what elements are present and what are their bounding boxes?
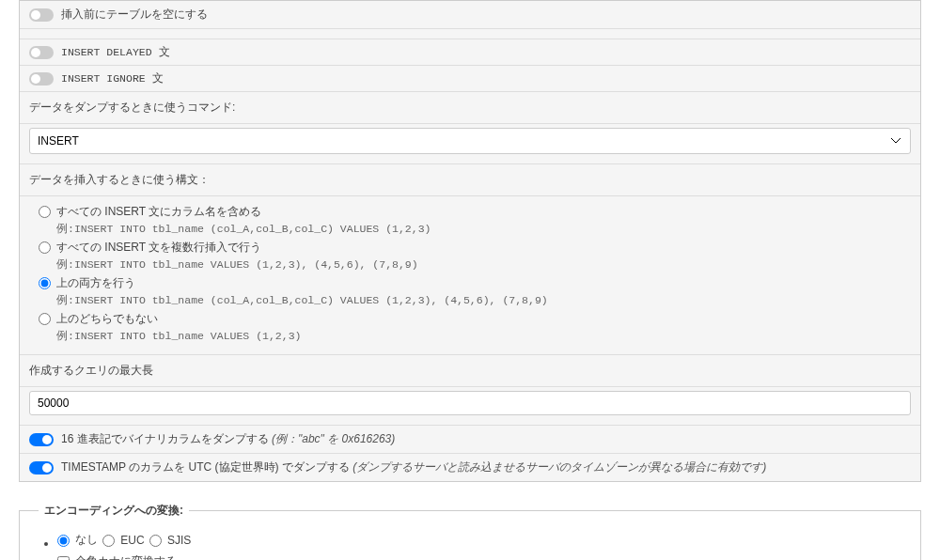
insert-ignore-row: INSERT IGNORE 文 bbox=[20, 66, 920, 92]
syntax-example: 例:INSERT INTO tbl_name VALUES (1,2,3), (… bbox=[56, 256, 418, 272]
insert-delayed-row: INSERT DELAYED 文 bbox=[20, 39, 920, 66]
syntax-label: 上のどちらでもない bbox=[56, 311, 301, 327]
max-query-length-input[interactable] bbox=[29, 391, 911, 415]
timestamp-utc-hint: (ダンプするサーバと読み込ませるサーバのタイムゾーンが異なる場合に有効です) bbox=[352, 460, 766, 474]
encoding-radios-row: なし EUC SJIS bbox=[57, 530, 901, 552]
syntax-radio-neither[interactable] bbox=[39, 313, 51, 325]
truncate-before-row: 挿入前にテーブルを空にする bbox=[20, 1, 920, 29]
syntax-example: 例:INSERT INTO tbl_name (col_A,col_B,col_… bbox=[56, 291, 548, 307]
dump-command-select[interactable]: INSERT bbox=[29, 128, 911, 154]
syntax-label: すべての INSERT 文にカラム名を含める bbox=[56, 204, 431, 220]
insert-options-panel: 挿入前にテーブルを空にする INSERT DELAYED 文 INSERT IG… bbox=[19, 0, 921, 482]
encoding-kana-row: 全角カナに変換する bbox=[57, 552, 901, 560]
dump-command-wrap: INSERT bbox=[20, 124, 920, 164]
syntax-example: 例:INSERT INTO tbl_name (col_A,col_B,col_… bbox=[56, 220, 431, 236]
dump-command-label: データをダンプするときに使うコマンド: bbox=[20, 92, 920, 124]
syntax-option-both[interactable]: 上の両方を行う 例:INSERT INTO tbl_name (col_A,co… bbox=[29, 273, 911, 309]
insert-syntax-label: データを挿入するときに使う構文： bbox=[20, 164, 920, 196]
syntax-label: すべての INSERT 文を複数行挿入で行う bbox=[56, 240, 418, 256]
timestamp-utc-row: TIMESTAMP のカラムを UTC (協定世界時) でダンプする (ダンプす… bbox=[20, 454, 920, 481]
insert-delayed-toggle[interactable] bbox=[29, 46, 54, 59]
syntax-option-neither[interactable]: 上のどちらでもない 例:INSERT INTO tbl_name VALUES … bbox=[29, 309, 911, 345]
syntax-radio-multi-row[interactable] bbox=[39, 241, 51, 254]
insert-ignore-label: INSERT IGNORE 文 bbox=[61, 71, 164, 86]
encoding-none[interactable]: なし bbox=[57, 532, 98, 548]
timestamp-utc-toggle[interactable] bbox=[29, 461, 54, 474]
syntax-example: 例:INSERT INTO tbl_name VALUES (1,2,3) bbox=[56, 327, 301, 343]
insert-syntax-group: すべての INSERT 文にカラム名を含める 例:INSERT INTO tbl… bbox=[20, 196, 920, 355]
syntax-option-multi-row[interactable]: すべての INSERT 文を複数行挿入で行う 例:INSERT INTO tbl… bbox=[29, 238, 911, 273]
encoding-euc[interactable]: EUC bbox=[102, 533, 144, 547]
syntax-radio-include-columns[interactable] bbox=[39, 206, 51, 218]
max-query-length-wrap bbox=[20, 387, 920, 426]
syntax-option-include-columns[interactable]: すべての INSERT 文にカラム名を含める 例:INSERT INTO tbl… bbox=[29, 202, 911, 238]
hex-binary-toggle[interactable] bbox=[29, 433, 54, 446]
encoding-sjis[interactable]: SJIS bbox=[149, 533, 191, 547]
hex-binary-row: 16 進表記でバイナリカラムをダンプする (例："abc" を 0x616263… bbox=[20, 426, 920, 454]
timestamp-utc-label: TIMESTAMP のカラムを UTC (協定世界時) でダンプする bbox=[61, 460, 352, 474]
encoding-legend: エンコーディングへの変換: bbox=[39, 501, 189, 521]
hex-binary-hint: (例："abc" を 0x616263) bbox=[272, 432, 395, 445]
insert-delayed-label: INSERT DELAYED 文 bbox=[61, 45, 170, 59]
syntax-label: 上の両方を行う bbox=[56, 275, 548, 291]
encoding-fieldset: エンコーディングへの変換: なし EUC SJIS 全角カナに変換する bbox=[19, 501, 921, 560]
encoding-kana-checkbox[interactable] bbox=[57, 556, 70, 560]
truncate-before-toggle[interactable] bbox=[29, 8, 54, 22]
encoding-kana[interactable]: 全角カナに変換する bbox=[57, 553, 177, 560]
syntax-radio-both[interactable] bbox=[39, 277, 51, 289]
hex-binary-label: 16 進表記でバイナリカラムをダンプする bbox=[61, 432, 272, 445]
truncate-before-label: 挿入前にテーブルを空にする bbox=[61, 7, 208, 23]
max-query-length-label: 作成するクエリの最大長 bbox=[20, 355, 920, 387]
insert-ignore-toggle[interactable] bbox=[29, 72, 54, 86]
